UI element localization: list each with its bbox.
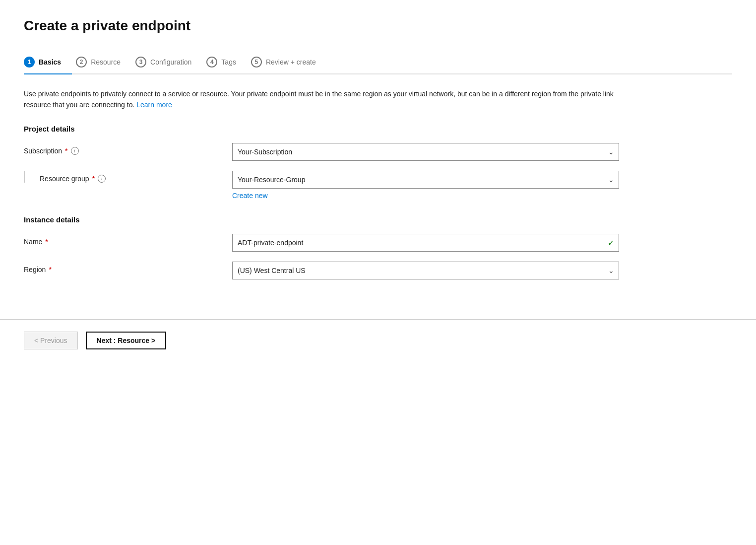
- subscription-select-wrapper: Your-Subscription ⌄: [232, 143, 619, 161]
- subscription-control: Your-Subscription ⌄: [232, 143, 732, 161]
- tab-tags-number: 4: [206, 57, 217, 68]
- name-row: Name * ✓: [24, 234, 732, 252]
- resource-group-required: *: [92, 175, 95, 183]
- tab-basics-label: Basics: [39, 58, 61, 66]
- tab-tags-label: Tags: [221, 58, 236, 66]
- name-input-wrapper: ✓: [232, 234, 619, 252]
- create-new-link[interactable]: Create new: [232, 192, 732, 200]
- resource-group-select-wrapper: Your-Resource-Group ⌄: [232, 171, 619, 189]
- project-details-title: Project details: [24, 125, 732, 133]
- region-select-wrapper: (US) West Central US ⌄: [232, 262, 619, 279]
- tab-tags[interactable]: 4 Tags: [206, 52, 247, 73]
- region-label: Region: [24, 266, 46, 273]
- tab-bar: 1 Basics 2 Resource 3 Configuration 4 Ta…: [24, 52, 732, 74]
- tab-basics-number: 1: [24, 57, 35, 68]
- subscription-label-col: Subscription * i: [24, 143, 232, 155]
- name-input[interactable]: [232, 234, 619, 252]
- name-label: Name: [24, 238, 42, 246]
- tab-review-number: 5: [251, 57, 262, 68]
- resource-group-control: Your-Resource-Group ⌄ Create new: [232, 171, 732, 200]
- region-select[interactable]: (US) West Central US: [232, 262, 619, 279]
- region-row: Region * (US) West Central US ⌄: [24, 262, 732, 279]
- subscription-required: *: [65, 147, 67, 155]
- subscription-info-icon[interactable]: i: [71, 147, 79, 155]
- resource-group-row: Resource group * i Your-Resource-Group ⌄…: [24, 171, 732, 200]
- region-required: *: [49, 266, 51, 273]
- previous-button[interactable]: < Previous: [24, 332, 78, 349]
- project-details-section: Project details Subscription * i Your-Su…: [24, 125, 732, 200]
- resource-group-info-icon[interactable]: i: [98, 175, 106, 183]
- footer: < Previous Next : Resource >: [0, 320, 756, 361]
- subscription-label: Subscription: [24, 147, 62, 155]
- instance-details-section: Instance details Name * ✓ Region *: [24, 215, 732, 279]
- region-control: (US) West Central US ⌄: [232, 262, 732, 279]
- region-label-col: Region *: [24, 262, 232, 273]
- name-label-col: Name *: [24, 234, 232, 246]
- subscription-select[interactable]: Your-Subscription: [232, 143, 619, 161]
- tab-resource-label: Resource: [91, 58, 121, 66]
- subscription-row: Subscription * i Your-Subscription ⌄: [24, 143, 732, 161]
- page-title: Create a private endpoint: [24, 18, 732, 34]
- learn-more-link[interactable]: Learn more: [136, 101, 172, 109]
- resource-group-label: Resource group: [40, 175, 89, 183]
- instance-details-title: Instance details: [24, 215, 732, 224]
- next-button[interactable]: Next : Resource >: [86, 332, 167, 349]
- name-valid-icon: ✓: [608, 238, 614, 247]
- description-text: Use private endpoints to privately conne…: [24, 88, 619, 111]
- tab-configuration-number: 3: [135, 57, 146, 68]
- name-control: ✓: [232, 234, 732, 252]
- tab-configuration[interactable]: 3 Configuration: [135, 52, 202, 73]
- tab-resource[interactable]: 2 Resource: [76, 52, 131, 73]
- tab-resource-number: 2: [76, 57, 87, 68]
- tab-configuration-label: Configuration: [150, 58, 191, 66]
- tab-review-label: Review + create: [266, 58, 316, 66]
- tab-basics[interactable]: 1 Basics: [24, 52, 72, 73]
- tab-review-create[interactable]: 5 Review + create: [251, 52, 327, 73]
- resource-group-select[interactable]: Your-Resource-Group: [232, 171, 619, 189]
- name-required: *: [45, 238, 48, 246]
